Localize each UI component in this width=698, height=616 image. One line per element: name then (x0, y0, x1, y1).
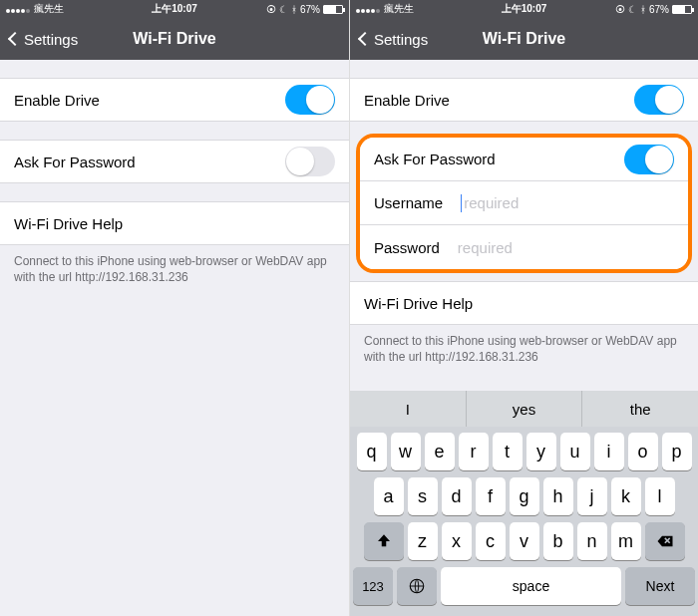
key-m[interactable]: m (611, 522, 641, 560)
key-k[interactable]: k (611, 477, 641, 515)
key-j[interactable]: j (577, 477, 607, 515)
battery-pct: 67% (649, 4, 669, 15)
key-i[interactable]: i (594, 433, 624, 470)
enable-drive-toggle[interactable] (285, 85, 335, 115)
key-y[interactable]: y (526, 433, 556, 470)
password-row: Password (360, 225, 688, 269)
ask-password-row: Ask For Password (360, 138, 688, 181)
globe-key[interactable] (397, 567, 437, 605)
page-title: Wi-Fi Drive (483, 30, 565, 48)
ask-password-toggle[interactable] (285, 147, 335, 176)
key-z[interactable]: z (408, 522, 438, 560)
numbers-key[interactable]: 123 (353, 567, 393, 605)
wifi-drive-help-row[interactable]: Wi-Fi Drive Help (0, 201, 349, 245)
username-field[interactable] (464, 194, 674, 211)
key-p[interactable]: p (662, 433, 692, 470)
clock-label: 上午10:07 (502, 2, 547, 16)
enable-drive-row: Enable Drive (0, 78, 349, 122)
wifi-drive-help-label: Wi-Fi Drive Help (14, 215, 123, 232)
key-b[interactable]: b (543, 522, 573, 560)
key-t[interactable]: t (493, 433, 523, 470)
key-c[interactable]: c (476, 522, 506, 560)
ask-password-label: Ask For Password (14, 154, 136, 170)
password-label: Password (374, 239, 440, 256)
key-row-2: a s d f g h j k l (353, 477, 695, 515)
status-bar: 瘋先生 上午10:07 ⦿ ☾ ᚼ 67% (350, 0, 698, 18)
key-r[interactable]: r (459, 433, 489, 470)
username-label: Username (374, 194, 443, 211)
key-f[interactable]: f (476, 477, 506, 515)
enable-drive-row: Enable Drive (350, 78, 698, 122)
chevron-left-icon (358, 32, 372, 46)
shift-icon (375, 532, 393, 550)
ask-password-label: Ask For Password (374, 151, 496, 167)
clock-label: 上午10:07 (152, 2, 197, 16)
back-button[interactable]: Settings (360, 31, 428, 48)
screenshot-right: 瘋先生 上午10:07 ⦿ ☾ ᚼ 67% Settings Wi-Fi Dri… (349, 0, 698, 616)
key-w[interactable]: w (391, 433, 421, 470)
battery-icon (323, 5, 343, 14)
space-key[interactable]: space (441, 567, 621, 605)
wifi-drive-help-row[interactable]: Wi-Fi Drive Help (350, 281, 698, 325)
key-g[interactable]: g (510, 477, 539, 515)
nav-bar: Settings Wi-Fi Drive (350, 18, 698, 60)
suggestion-2[interactable]: yes (467, 391, 583, 427)
enable-drive-label: Enable Drive (14, 92, 100, 109)
suggestion-1[interactable]: I (350, 391, 467, 427)
suggestion-bar: I yes the (350, 391, 698, 427)
nav-bar: Settings Wi-Fi Drive (0, 18, 349, 60)
key-l[interactable]: l (645, 477, 675, 515)
key-a[interactable]: a (374, 477, 404, 515)
chevron-left-icon (8, 32, 22, 46)
key-s[interactable]: s (408, 477, 438, 515)
shift-key[interactable] (364, 522, 404, 560)
wifi-drive-help-label: Wi-Fi Drive Help (364, 295, 473, 312)
highlight-box: Ask For Password Username Password (356, 134, 692, 273)
alarm-icon: ⦿ (266, 4, 276, 15)
battery-icon (672, 5, 692, 14)
carrier-label: 瘋先生 (384, 2, 414, 16)
ask-password-row: Ask For Password (0, 140, 349, 183)
backspace-icon (656, 532, 674, 550)
carrier-label: 瘋先生 (34, 2, 64, 16)
bluetooth-icon: ᚼ (291, 4, 297, 15)
key-h[interactable]: h (543, 477, 573, 515)
text-caret (461, 194, 462, 212)
back-label: Settings (374, 31, 428, 48)
key-n[interactable]: n (577, 522, 607, 560)
key-row-3: z x c v b n m (353, 522, 695, 560)
dnd-icon: ☾ (628, 4, 637, 15)
key-d[interactable]: d (442, 477, 472, 515)
connect-instructions: Connect to this iPhone using web-browser… (0, 245, 349, 285)
back-label: Settings (24, 31, 78, 48)
back-button[interactable]: Settings (10, 31, 78, 48)
dnd-icon: ☾ (279, 4, 288, 15)
username-row: Username (360, 181, 688, 225)
enable-drive-toggle[interactable] (634, 85, 684, 115)
key-v[interactable]: v (510, 522, 539, 560)
signal-dots-icon (356, 4, 381, 15)
key-row-1: q w e r t y u i o p (353, 433, 695, 470)
key-o[interactable]: o (628, 433, 658, 470)
next-key[interactable]: Next (625, 567, 695, 605)
key-u[interactable]: u (560, 433, 590, 470)
key-q[interactable]: q (357, 433, 387, 470)
status-bar: 瘋先生 上午10:07 ⦿ ☾ ᚼ 67% (0, 0, 349, 18)
screenshot-left: 瘋先生 上午10:07 ⦿ ☾ ᚼ 67% Settings Wi-Fi Dri… (0, 0, 349, 616)
suggestion-3[interactable]: the (582, 391, 698, 427)
keyboard: I yes the q w e r t y u i o p a s d f (350, 391, 698, 616)
key-row-4: 123 space Next (353, 567, 695, 605)
alarm-icon: ⦿ (615, 4, 625, 15)
enable-drive-label: Enable Drive (364, 92, 450, 109)
page-title: Wi-Fi Drive (133, 30, 215, 48)
bluetooth-icon: ᚼ (640, 4, 646, 15)
key-e[interactable]: e (425, 433, 455, 470)
password-field[interactable] (458, 239, 674, 256)
backspace-key[interactable] (645, 522, 685, 560)
globe-icon (408, 577, 426, 595)
key-x[interactable]: x (442, 522, 472, 560)
ask-password-toggle[interactable] (624, 145, 674, 174)
signal-dots-icon (6, 4, 31, 15)
connect-instructions: Connect to this iPhone using web-browser… (350, 325, 698, 365)
battery-pct: 67% (300, 4, 320, 15)
